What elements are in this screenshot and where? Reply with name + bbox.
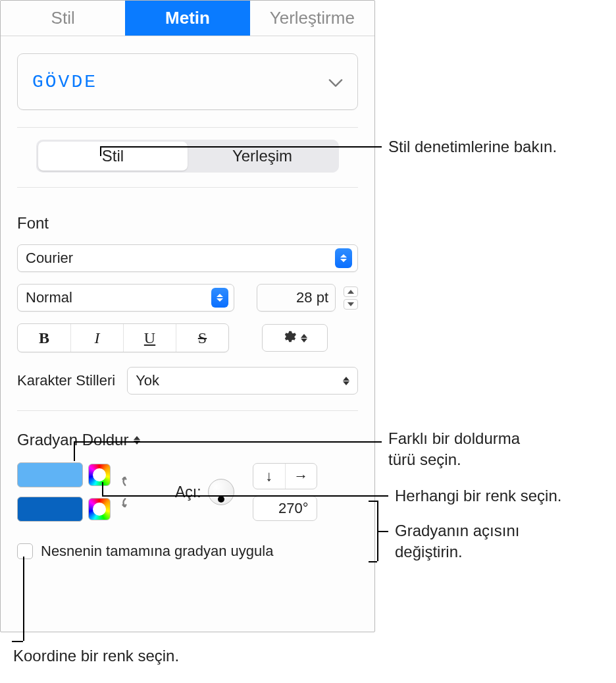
font-typeface-value: Normal	[26, 289, 72, 306]
strikethrough-button[interactable]: S	[176, 324, 228, 352]
font-family-select[interactable]: Courier	[17, 244, 358, 272]
inspector-panel: Stil Metin Yerleştirme GÖVDE Stil Yerleş…	[0, 0, 375, 632]
callout-2-text: Farklı bir doldurma türü seçin.	[388, 428, 520, 471]
tab-yerlestirme[interactable]: Yerleştirme	[250, 1, 374, 36]
top-tabs: Stil Metin Yerleştirme	[1, 1, 374, 36]
swap-colors-button[interactable]	[120, 473, 138, 511]
paragraph-style-popup[interactable]: GÖVDE	[17, 53, 358, 110]
angle-dial[interactable]	[208, 479, 234, 505]
character-styles-value: Yok	[136, 372, 159, 389]
chevron-down-icon	[328, 77, 343, 86]
chevron-updown-icon	[343, 377, 349, 385]
tab-stil[interactable]: Stil	[1, 1, 125, 36]
font-family-value: Courier	[26, 250, 73, 267]
character-styles-label: Karakter Stilleri	[17, 372, 115, 389]
paragraph-style-label: GÖVDE	[32, 72, 97, 92]
gradient-color-1[interactable]	[17, 462, 83, 487]
color-wheel-2[interactable]	[88, 498, 111, 520]
gradient-direction-segmented: ↓ →	[253, 463, 317, 489]
character-styles-select[interactable]: Yok	[127, 367, 358, 395]
direction-down-button[interactable]: ↓	[253, 464, 285, 489]
font-size-field[interactable]: 28 pt	[257, 284, 336, 312]
font-size-stepper[interactable]	[344, 287, 358, 310]
angle-label: Açı:	[175, 483, 201, 501]
gradient-fill-label: Gradyan Doldur	[17, 431, 128, 449]
font-typeface-select[interactable]: Normal	[17, 284, 234, 312]
chevron-updown-icon	[134, 436, 140, 445]
font-section-label: Font	[17, 214, 358, 232]
angle-value-field[interactable]: 270°	[253, 496, 317, 521]
font-style-group: B I U S	[17, 323, 229, 352]
apply-gradient-whole-object-checkbox[interactable]	[17, 543, 33, 559]
subtab-stil[interactable]: Stil	[38, 142, 188, 171]
font-size-value: 28 pt	[296, 289, 328, 306]
advanced-options-button[interactable]	[262, 324, 328, 352]
select-stepper-icon	[335, 248, 352, 268]
color-wheel-1[interactable]	[88, 464, 111, 486]
subtab-segmented: Stil Yerleşim	[36, 140, 339, 173]
gradient-color-2[interactable]	[17, 497, 83, 522]
subtab-yerlesim[interactable]: Yerleşim	[188, 142, 337, 171]
tab-metin[interactable]: Metin	[125, 1, 249, 36]
apply-gradient-label: Nesnenin tamamına gradyan uygula	[41, 543, 273, 560]
arrow-right-icon: →	[294, 468, 308, 485]
select-stepper-icon	[211, 288, 228, 308]
arrow-down-icon: ↓	[265, 468, 272, 485]
callout-5-text: Koordine bir renk seçin.	[13, 645, 179, 667]
callout-3-text: Herhangi bir renk seçin.	[395, 485, 561, 506]
callout-1-text: Stil denetimlerine bakın.	[388, 136, 557, 157]
callout-4-text: Gradyanın açısını değiştirin.	[395, 520, 519, 563]
italic-button[interactable]: I	[70, 324, 123, 352]
gradient-fill-popup[interactable]: Gradyan Doldur	[17, 431, 358, 449]
gear-icon	[282, 329, 297, 347]
chevron-updown-icon	[301, 334, 307, 342]
underline-button[interactable]: U	[123, 324, 176, 352]
bold-button[interactable]: B	[18, 324, 70, 352]
direction-right-button[interactable]: →	[285, 464, 317, 489]
angle-value: 270°	[278, 500, 309, 517]
